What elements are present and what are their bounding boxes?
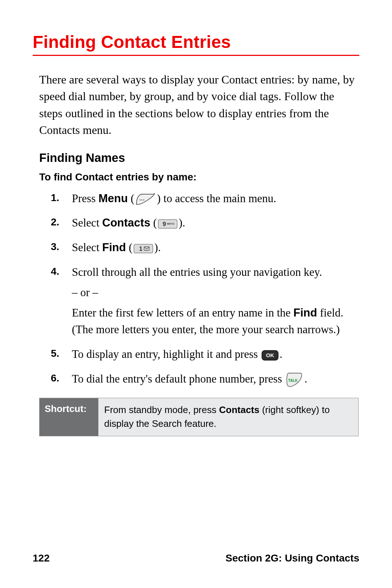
page-number: 122: [33, 552, 50, 564]
step-4-alt: Enter the first few letters of an entry …: [72, 305, 359, 338]
shortcut-text-a: From standby mode, press: [104, 404, 219, 415]
page-title: Finding Contact Entries: [33, 32, 359, 52]
step-1-text-a: Press: [72, 192, 98, 205]
svg-text:TALK: TALK: [288, 379, 298, 383]
step-4-alt-a: Enter the first few letters of an entry …: [72, 306, 293, 319]
svg-point-0: [140, 200, 141, 201]
step-3-text-a: Select: [72, 241, 102, 254]
key-1-icon: 1: [133, 243, 154, 254]
ok-button-icon: OK: [261, 350, 279, 361]
step-2-contacts-label: Contacts: [102, 216, 151, 229]
step-2-text-d: ).: [179, 216, 185, 229]
step-3-find-label: Find: [102, 241, 126, 254]
talk-key-icon: TALK: [286, 372, 304, 388]
step-3-text-c: (: [126, 241, 132, 254]
step-4-or: – or –: [72, 284, 359, 301]
step-4-find-field-label: Find: [293, 306, 317, 319]
subheading-finding-names: Finding Names: [39, 151, 359, 165]
shortcut-contacts-label: Contacts: [219, 404, 259, 415]
step-1-menu-label: Menu: [98, 192, 128, 205]
key-9-icon: 9 WXYZ: [158, 218, 178, 230]
step-6-text-b: .: [305, 372, 307, 385]
lead-instruction: To find Contact entries by name:: [39, 171, 359, 183]
step-1: Press Menu ( ) to access the main menu.: [51, 190, 359, 207]
step-2-text-a: Select: [72, 216, 102, 229]
page-footer: 122 Section 2G: Using Contacts: [33, 552, 359, 564]
shortcut-label: Shortcut:: [40, 398, 98, 436]
step-3: Select Find ( 1 ).: [51, 239, 359, 256]
svg-text:1: 1: [139, 245, 142, 252]
manual-page: Finding Contact Entries There are severa…: [0, 0, 392, 588]
steps-list: Press Menu ( ) to access the main menu. …: [51, 190, 359, 388]
shortcut-box: Shortcut: From standby mode, press Conta…: [39, 398, 359, 436]
svg-text:OK: OK: [266, 352, 274, 358]
step-2-text-c: (: [150, 216, 157, 229]
step-1-text-c: (: [128, 192, 134, 205]
shortcut-text: From standby mode, press Contacts (right…: [98, 398, 358, 436]
step-1-text-d: ) to access the main menu.: [157, 192, 276, 205]
intro-paragraph: There are several ways to display your C…: [39, 71, 359, 139]
svg-point-2: [143, 200, 144, 201]
step-2: Select Contacts ( 9 WXYZ ).: [51, 215, 359, 231]
step-5-text-a: To display an entry, highlight it and pr…: [72, 348, 261, 360]
step-5-text-b: .: [279, 348, 282, 360]
step-6: To dial the entry's default phone number…: [51, 371, 359, 388]
svg-point-1: [142, 200, 143, 201]
step-5: To display an entry, highlight it and pr…: [51, 346, 359, 363]
svg-text:9: 9: [163, 221, 166, 228]
step-4: Scroll through all the entries using you…: [51, 264, 359, 338]
step-4-text: Scroll through all the entries using you…: [72, 266, 322, 278]
svg-text:WXYZ: WXYZ: [167, 222, 175, 225]
step-6-text-a: To dial the entry's default phone number…: [72, 372, 285, 385]
step-3-text-d: ).: [154, 241, 161, 254]
title-rule: [33, 55, 359, 56]
softkey-icon: [135, 192, 156, 207]
section-label: Section 2G: Using Contacts: [225, 552, 359, 564]
